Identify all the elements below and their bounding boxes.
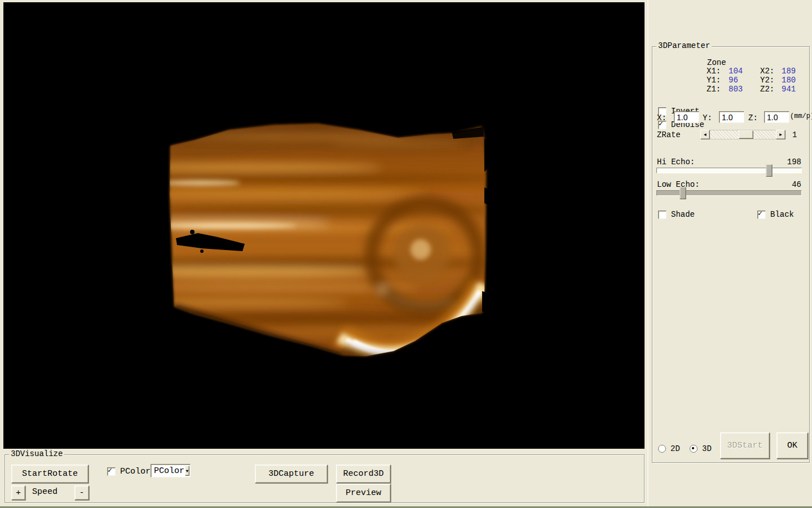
- pcolor-checkbox-box[interactable]: ✓: [107, 467, 116, 476]
- zrate-label: ZRate: [657, 130, 681, 139]
- zrate-scroll-right-arrow[interactable]: ►: [776, 130, 785, 139]
- zone-y2-label: Y2:: [760, 76, 782, 85]
- mode-3d-radio[interactable]: 3D: [690, 444, 712, 453]
- zone-z2-label: Z2:: [760, 85, 782, 94]
- volume-render-3d: [3, 2, 645, 449]
- low-echo-value: 46: [792, 180, 801, 189]
- parameter-panel: 3DParameter ✓ Invert ✓ Denoise Zone X1: …: [647, 0, 812, 506]
- record-3d-button[interactable]: Record3D: [336, 465, 391, 483]
- mode-2d-label: 2D: [670, 444, 680, 453]
- speed-minus-button[interactable]: -: [74, 485, 89, 500]
- start-rotate-button[interactable]: StartRotate: [11, 465, 89, 483]
- zone-y1-label: Y1:: [707, 76, 729, 85]
- low-echo-slider[interactable]: [656, 190, 802, 196]
- x-scale-input[interactable]: [674, 111, 699, 123]
- capture-3d-button[interactable]: 3DCapture: [255, 465, 328, 483]
- mode-3d-label: 3D: [702, 444, 712, 453]
- ok-button[interactable]: OK: [776, 432, 808, 459]
- zrate-value: 1: [792, 130, 797, 139]
- y-scale-input[interactable]: [719, 111, 744, 123]
- shade-label: Shade: [671, 210, 695, 219]
- zone-z1-label: Z1:: [707, 85, 729, 94]
- scale-unit-label: (mm/p): [790, 112, 812, 120]
- shade-checkbox-box[interactable]: ✓: [658, 211, 667, 219]
- dropdown-arrow-icon[interactable]: ▼: [185, 466, 189, 476]
- app-window: 3DParameter ✓ Invert ✓ Denoise Zone X1: …: [0, 0, 812, 508]
- zone-y1-value: 96: [729, 76, 760, 85]
- black-checkbox[interactable]: ✓ Black: [757, 210, 794, 219]
- parameter-groupbox: 3DParameter ✓ Invert ✓ Denoise Zone X1: …: [652, 46, 810, 463]
- zone-y2-value: 180: [782, 76, 810, 85]
- black-checkbox-box[interactable]: ✓: [757, 211, 766, 219]
- zrate-scrollbar-thumb[interactable]: [739, 130, 753, 139]
- zone-title: Zone: [707, 58, 726, 67]
- pcolor-dropdown-value: PColor: [151, 466, 184, 476]
- preview-button[interactable]: Preview: [336, 484, 391, 502]
- pcolor-checkbox[interactable]: ✓ PColor: [107, 467, 151, 476]
- pcolor-label: PColor: [120, 467, 151, 476]
- zone-x1-value: 104: [729, 67, 760, 76]
- low-echo-label: Low Echo:: [657, 180, 700, 189]
- visualize-group-title: 3DVisualize: [9, 450, 64, 458]
- zrate-scrollbar[interactable]: ◄ ►: [700, 130, 785, 139]
- hi-echo-slider-thumb[interactable]: [766, 164, 772, 177]
- hi-echo-slider[interactable]: [656, 168, 802, 173]
- zone-z1-value: 803: [729, 85, 760, 94]
- z-scale-label: Z:: [748, 113, 758, 122]
- mode-2d-radio[interactable]: 2D: [658, 444, 680, 453]
- start3d-button[interactable]: 3DStart: [720, 432, 770, 459]
- zone-z2-value: 941: [782, 85, 810, 94]
- speed-plus-button[interactable]: +: [11, 485, 25, 500]
- checkmark-icon: ✓: [108, 467, 112, 474]
- zone-x2-value: 189: [782, 67, 810, 76]
- zrate-scroll-left-arrow[interactable]: ◄: [700, 130, 710, 139]
- mode-2d-radio-circle[interactable]: [658, 445, 666, 453]
- zone-values: X1: 104 X2: 189 Y1: 96 Y2: 180 Z1: 803 Z…: [707, 67, 810, 94]
- zrate-scrollbar-track[interactable]: [710, 130, 776, 139]
- z-scale-input[interactable]: [764, 111, 789, 123]
- low-echo-slider-thumb[interactable]: [680, 187, 686, 199]
- speed-label: Speed: [32, 487, 58, 497]
- visualize-panel: 3DVisualize StartRotate + Speed - ✓ PCol…: [0, 450, 645, 506]
- pcolor-dropdown[interactable]: PColor ▼: [151, 464, 191, 478]
- render-viewport[interactable]: [3, 2, 645, 449]
- x-scale-label: X:: [657, 113, 667, 122]
- parameter-group-title: 3DParameter: [656, 42, 712, 50]
- y-scale-label: Y:: [703, 113, 712, 122]
- shade-checkbox[interactable]: ✓ Shade: [658, 210, 695, 219]
- zone-x1-label: X1:: [707, 67, 729, 76]
- hi-echo-value: 198: [787, 157, 801, 167]
- checkmark-icon: ✓: [758, 210, 762, 217]
- black-label: Black: [770, 210, 794, 219]
- hi-echo-label: Hi Echo:: [657, 157, 695, 167]
- mode-3d-radio-circle[interactable]: [690, 445, 698, 453]
- zone-x2-label: X2:: [760, 67, 782, 76]
